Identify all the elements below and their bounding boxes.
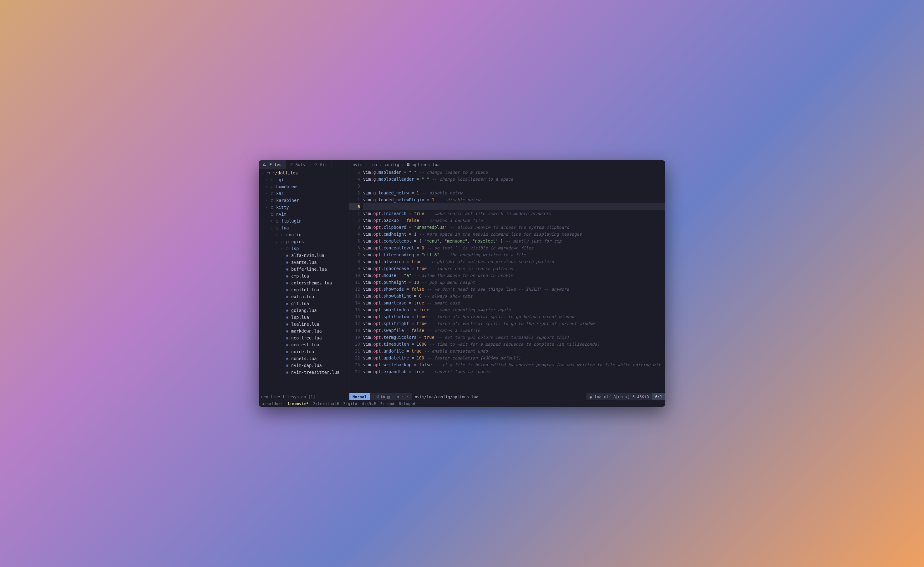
tree-file[interactable]: ◉nonels.lua [261, 355, 347, 362]
tree-label: ~/dotfiles [272, 170, 298, 176]
code-line[interactable]: vim.opt.showtabline = 0 -- always show t… [363, 292, 665, 300]
code-line[interactable]: vim.g.loaded_netrw = 1 -- disable netrw [363, 189, 665, 196]
tree-folder[interactable]: ›▢.git [261, 176, 347, 183]
tree-file[interactable]: ◉neo-tree.lua [261, 334, 347, 341]
tree-folder[interactable]: ›▢homebrew [261, 183, 347, 190]
sidebar-tab-bufs[interactable]: ◫Bufs [286, 160, 310, 169]
code-line[interactable]: vim.opt.expandtab = true -- convert tabs… [363, 368, 665, 375]
tmux-window[interactable]: 5:top# [380, 401, 394, 406]
breadcrumb[interactable]: nvim›lua›config›🖹options.lua [349, 160, 665, 169]
breadcrumb-segment[interactable]: nvim [353, 162, 362, 167]
tree-folder[interactable]: ›▢ftplugin [261, 218, 347, 224]
tree-file[interactable]: ◉alfa-nvim.lua [261, 252, 347, 259]
code-line[interactable]: vim.opt.updatetime = 100 -- faster compl… [363, 354, 665, 362]
tmux-window[interactable]: 2:terminal# [313, 401, 339, 406]
file-path-segment: nvim/lua/config/options.lua [412, 393, 481, 400]
tmux-window[interactable]: 6:logs#- [399, 401, 418, 406]
code-line[interactable]: vim.opt.ignorecase = true -- ignore case… [363, 265, 665, 272]
code-line[interactable]: vim.opt.backup = false -- creates a back… [363, 217, 665, 224]
line-number: 2 [349, 217, 360, 224]
tree-folder[interactable]: ›▢config [261, 231, 347, 238]
breadcrumb-segment[interactable]: config [385, 162, 399, 167]
tree-label: bufferline.lua [291, 266, 327, 273]
tree-folder[interactable]: ⌄▢plugins [261, 238, 347, 245]
tree-file[interactable]: ◉cmp.lua [261, 273, 347, 279]
tree-file[interactable]: ◉bufferline.lua [261, 266, 347, 273]
code-line[interactable]: vim.opt.splitbelow = true -- force all h… [363, 313, 665, 320]
folder-icon: ▢ [270, 197, 274, 204]
tree-file[interactable]: ◉avante.lua [261, 259, 347, 266]
line-number: 11 [349, 279, 360, 286]
tree-file[interactable]: ◉nvim-treesitter.lua [261, 369, 347, 376]
lua-file-icon: ◉ [285, 279, 289, 286]
code-line[interactable] [363, 203, 665, 210]
tree-file[interactable]: ◉neotest.lua [261, 341, 347, 348]
tree-file[interactable]: ◉markdown.lua [261, 328, 347, 334]
code[interactable]: vim.g.mapleader = " " -- change leader t… [363, 169, 665, 393]
sidebar-tab-files[interactable]: 🗀Files [259, 160, 286, 169]
tmux-window[interactable]: 1:neovim* [287, 401, 309, 406]
tmux-statusline[interactable]: assafdori1:neovim*2:terminal#3:git#4:k9s… [259, 400, 665, 407]
code-area[interactable]: 5432161234567891011121314151617181920212… [349, 169, 665, 393]
tmux-window[interactable]: 3:git# [343, 401, 357, 406]
tree-file[interactable]: ◉extra.lua [261, 293, 347, 300]
tree-label: golang.lua [291, 307, 317, 314]
code-line[interactable]: vim.opt.conceallevel = 0 -- so that `` i… [363, 244, 665, 251]
tree-folder[interactable]: ⌄▢nvim [261, 211, 347, 218]
code-line[interactable]: vim.opt.smartindent = true -- make inden… [363, 306, 665, 313]
code-line[interactable]: vim.opt.pumheight = 10 -- pop up menu he… [363, 279, 665, 286]
tree-label: lua [281, 224, 289, 231]
file-tree[interactable]: ⌄🗀~/dotfiles›▢.git›▢homebrew›▢k9s›▢karab… [259, 169, 349, 393]
code-line[interactable]: vim.g.mapleader = " " -- change leader t… [363, 169, 665, 176]
tree-folder[interactable]: ⌄▢lua [261, 224, 347, 231]
tree-file[interactable]: ◉nvim-dap.lua [261, 362, 347, 369]
sidebar-tabs: 🗀Files◫Bufs⟳Git [259, 160, 349, 169]
code-line[interactable]: vim.opt.writebackup = false -- if a file… [363, 362, 665, 368]
code-line[interactable]: vim.opt.splitright = true -- force all v… [363, 320, 665, 327]
tree-file[interactable]: ◉noice.lua [261, 348, 347, 355]
tree-folder[interactable]: ›▢karabiner [261, 197, 347, 204]
chevron-right-icon: › [265, 204, 268, 211]
tree-file[interactable]: ◉copilot.lua [261, 286, 347, 293]
code-line[interactable]: vim.opt.termguicolors = true -- set term… [363, 334, 665, 341]
code-line[interactable]: vim.opt.swapfile = false -- creates a sw… [363, 327, 665, 334]
code-line[interactable]: vim.opt.completeopt = { "menu", "menuone… [363, 237, 665, 244]
code-line[interactable]: vim.opt.mouse = "a" -- allow the mouse t… [363, 272, 665, 279]
code-line[interactable]: vim.opt.showmode = false -- we don't nee… [363, 286, 665, 292]
lua-file-icon: ◉ [285, 259, 289, 266]
tree-file[interactable]: ◉colorschemes.lua [261, 279, 347, 286]
code-line[interactable]: vim.opt.hlsearch = true -- highlight all… [363, 258, 665, 265]
terminal-window: 🗀Files◫Bufs⟳Git ⌄🗀~/dotfiles›▢.git›▢home… [259, 160, 665, 407]
code-line[interactable]: vim.g.maplocalleader = " " -- change loc… [363, 176, 665, 183]
tree-file[interactable]: ◉lualine.lua [261, 321, 347, 328]
code-line[interactable]: vim.opt.fileencoding = "utf-8" -- the en… [363, 251, 665, 258]
tree-file[interactable]: ◉golang.lua [261, 307, 347, 314]
sidebar-tab-label: Files [269, 162, 281, 167]
tree-file[interactable]: ◉git.lua [261, 300, 347, 307]
lua-file-icon: ◉ [285, 252, 289, 259]
tree-folder[interactable]: ›▢kitty [261, 204, 347, 211]
breadcrumb-segment[interactable]: lua [370, 162, 377, 167]
line-number: 6 [349, 203, 360, 210]
sidebar-tab-git[interactable]: ⟳Git [310, 160, 332, 169]
code-line[interactable]: vim.opt.timeoutlen = 1000 -- time to wai… [363, 341, 665, 348]
tree-label: plugins [286, 238, 304, 245]
breadcrumb-filename[interactable]: options.lua [413, 162, 439, 167]
code-line[interactable]: vim.opt.smartcase = true -- smart case [363, 300, 665, 306]
line-number: 4 [349, 231, 360, 237]
code-line[interactable]: vim.opt.incsearch = true -- make search … [363, 210, 665, 217]
code-line[interactable]: vim.opt.clipboard = "unnamedplus" -- all… [363, 224, 665, 231]
folder-icon: ▢ [275, 218, 279, 224]
tree-file[interactable]: ◉lsp.lua [261, 314, 347, 321]
tree-folder[interactable]: ›▢lsp [261, 245, 347, 252]
tree-label: colorschemes.lua [291, 279, 332, 286]
tree-folder[interactable]: ›▢k9s [261, 190, 347, 197]
code-line[interactable]: vim.opt.undofile = true -- enable persis… [363, 348, 665, 354]
tmux-window[interactable]: 4:k9s# [362, 401, 376, 406]
lua-file-icon: ◉ [285, 273, 289, 279]
code-line[interactable]: vim.g.loaded_netrwPlugin = 1 -- disable … [363, 196, 665, 203]
lua-file-icon: ◉ [285, 314, 289, 321]
tree-root[interactable]: ⌄🗀~/dotfiles [261, 170, 347, 176]
code-line[interactable] [363, 183, 665, 189]
code-line[interactable]: vim.opt.cmdheight = 1 -- more space in t… [363, 231, 665, 237]
